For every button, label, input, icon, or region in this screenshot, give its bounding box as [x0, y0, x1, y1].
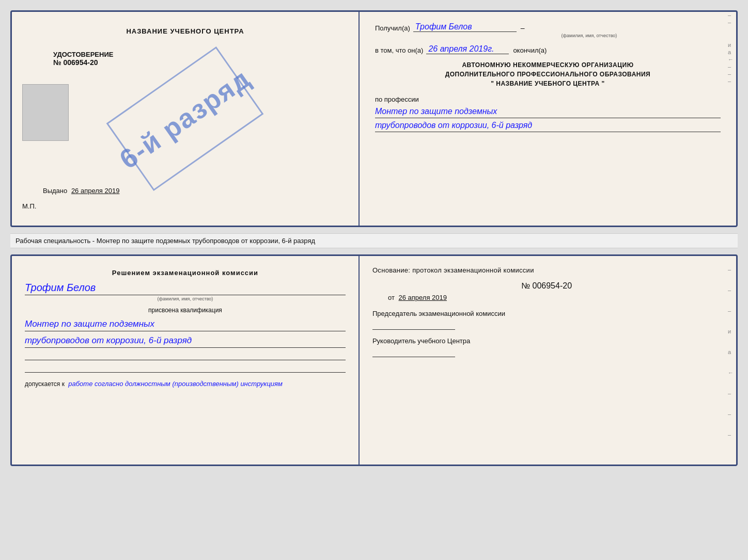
photo-placeholder: [22, 84, 69, 141]
bottom-side-0: –: [728, 266, 734, 273]
bottom-doc-right: Основание: протокол экзаменационной коми…: [360, 256, 736, 465]
in-that-row: в том, что он(а) 26 апреля 2019г. окончи…: [375, 44, 721, 54]
received-name: Трофим Белов: [413, 22, 517, 32]
profession-label: по профессии: [375, 95, 721, 103]
bottom-document: Решением экзаменационной комиссии Трофим…: [10, 254, 738, 466]
received-row: Получил(а) Трофим Белов –: [375, 22, 721, 32]
bottom-qual-line1: Монтер по защите подземных: [25, 317, 346, 331]
bottom-side-2: –: [728, 308, 734, 314]
date-prefix: от: [388, 294, 395, 301]
received-label: Получил(а): [375, 24, 410, 32]
org-line2: ДОПОЛНИТЕЛЬНОГО ПРОФЕССИОНАЛЬНОГО ОБРАЗО…: [375, 70, 721, 79]
issued-label: Выдано: [43, 187, 67, 195]
page-container: НАЗВАНИЕ УЧЕБНОГО ЦЕНТРА 6-й разряд УДОС…: [10, 10, 738, 466]
side-label-2: и: [728, 42, 734, 48]
head-block: Руководитель учебного Центра: [372, 337, 721, 357]
top-doc-right: Получил(а) Трофим Белов – (фамилия, имя,…: [360, 12, 736, 226]
in-that-label: в том, что он(а): [375, 46, 423, 54]
допускается-row: допускается к работе согласно должностны…: [25, 380, 346, 388]
bottom-side-7: –: [728, 411, 734, 417]
underline-1: [25, 351, 346, 360]
profession-line2: трубопроводов от коррозии, 6-й разряд: [375, 119, 721, 132]
side-label-0: –: [728, 12, 734, 18]
org-line3: " НАЗВАНИЕ УЧЕБНОГО ЦЕНТРА ": [375, 79, 721, 88]
caption-text: Рабочая специальность - Монтер по защите…: [15, 237, 315, 245]
underline-2: [25, 363, 346, 373]
side-label-4: ←: [728, 56, 734, 62]
mp-label: М.П.: [22, 202, 36, 210]
chair-label: Председатель экзаменационной комиссии: [372, 310, 721, 317]
assigned-label: присвоена квалификация: [25, 307, 346, 314]
top-left-title: НАЗВАНИЕ УЧЕБНОГО ЦЕНТРА: [126, 27, 244, 35]
date-value-bottom: 26 апреля 2019: [398, 294, 447, 301]
side-label-5: –: [728, 63, 734, 70]
bottom-qual-line2: трубопроводов от коррозии, 6-й разряд: [25, 333, 346, 348]
caption-row: Рабочая специальность - Монтер по защите…: [10, 233, 738, 248]
bottom-doc-left: Решением экзаменационной комиссии Трофим…: [12, 256, 360, 465]
head-signature-line: [372, 347, 455, 357]
bottom-side-3: и: [728, 328, 734, 334]
chair-block: Председатель экзаменационной комиссии: [372, 310, 721, 330]
issued-row: Выдано 26 апреля 2019: [43, 187, 119, 195]
dash1: –: [521, 24, 525, 32]
profession-line1: Монтер по защите подземных: [375, 105, 721, 118]
side-label-1: –: [728, 19, 734, 25]
received-sub: (фамилия, имя, отчество): [458, 33, 721, 38]
osnov-title: Основание: протокол экзаменационной коми…: [372, 266, 721, 274]
head-label: Руководитель учебного Центра: [372, 337, 721, 345]
side-label-7: –: [728, 78, 734, 84]
bottom-side-dashes: – – – и а ← – – –: [728, 266, 734, 438]
bottom-side-8: –: [728, 431, 734, 438]
protokol-date: от 26 апреля 2019: [388, 294, 721, 301]
cert-number: № 006954-20: [53, 58, 98, 67]
finished-label: окончил(а): [513, 46, 547, 54]
date-value: 26 апреля 2019г.: [426, 44, 509, 54]
bottom-side-1: –: [728, 287, 734, 293]
bottom-name-sub: (фамилия, имя, отчество): [25, 296, 346, 301]
bottom-side-4: а: [728, 349, 734, 355]
bottom-name: Трофим Белов: [25, 282, 346, 295]
side-labels-top: – – и а ← – – –: [728, 12, 734, 84]
top-doc-left: НАЗВАНИЕ УЧЕБНОГО ЦЕНТРА 6-й разряд УДОС…: [12, 12, 360, 226]
org-block: АВТОНОМНУЮ НЕКОММЕРЧЕСКУЮ ОРГАНИЗАЦИЮ ДО…: [375, 60, 721, 88]
org-line1: АВТОНОМНУЮ НЕКОММЕРЧЕСКУЮ ОРГАНИЗАЦИЮ: [375, 60, 721, 70]
protokol-number: № 006954-20: [372, 281, 721, 291]
bottom-left-title: Решением экзаменационной комиссии: [25, 269, 346, 277]
cert-label: УДОСТОВЕРЕНИЕ: [53, 51, 113, 58]
issued-date: 26 апреля 2019: [71, 187, 120, 195]
bottom-side-5: ←: [728, 370, 734, 376]
допускается-value: работе согласно должностным (производств…: [68, 380, 283, 388]
top-document: НАЗВАНИЕ УЧЕБНОГО ЦЕНТРА 6-й разряд УДОС…: [10, 10, 738, 227]
side-label-6: –: [728, 71, 734, 77]
side-label-3: а: [728, 49, 734, 55]
допускается-label: допускается к: [25, 380, 65, 388]
chair-signature-line: [372, 319, 455, 330]
bottom-side-6: –: [728, 390, 734, 396]
